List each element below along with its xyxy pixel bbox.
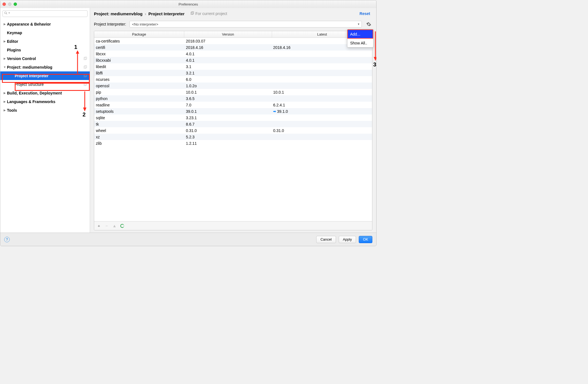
table-row[interactable]: xz5.2.3 xyxy=(94,134,372,140)
sidebar-item-languages-frameworks[interactable]: ▶Languages & Frameworks xyxy=(0,97,90,106)
cell-package: libffi xyxy=(94,71,184,75)
cell-package: zlib xyxy=(94,141,184,146)
cancel-button[interactable]: Cancel xyxy=(316,236,336,243)
sidebar-item-version-control[interactable]: ▶Version Control xyxy=(0,54,90,63)
cell-package: libcxxabi xyxy=(94,58,184,63)
sidebar-item-label: Languages & Frameworks xyxy=(7,99,88,104)
search-icon xyxy=(4,11,8,16)
copy-projects-icon xyxy=(84,74,88,78)
breadcrumb-row: Project: mediumenvblog › Project Interpr… xyxy=(90,8,376,19)
chevron-right-icon: ▶ xyxy=(3,57,7,60)
table-row[interactable]: libffi3.2.1 xyxy=(94,70,372,76)
cell-package: certifi xyxy=(94,45,184,50)
svg-rect-9 xyxy=(85,83,87,85)
cell-latest: 6.2.4.1 xyxy=(272,103,372,107)
cell-version: 2018.03.07 xyxy=(184,39,272,43)
breadcrumb: Project: mediumenvblog › Project Interpr… xyxy=(94,11,185,16)
packages-toolbar: + − ▲ xyxy=(94,221,372,230)
svg-line-1 xyxy=(6,14,7,14)
th-version[interactable]: Version xyxy=(184,31,272,38)
th-package[interactable]: Package xyxy=(94,31,184,38)
cell-version: 3.2.1 xyxy=(184,71,272,75)
cell-package: tk xyxy=(94,122,184,126)
sidebar-item-label: Tools xyxy=(7,108,88,113)
sidebar-item-plugins[interactable]: Plugins xyxy=(0,46,90,54)
cell-package: readline xyxy=(94,103,184,107)
sidebar-item-project-interpreter[interactable]: Project Interpreter xyxy=(0,71,90,80)
chevron-right-icon: ▶ xyxy=(3,100,7,103)
search-input[interactable] xyxy=(3,10,88,17)
cell-version: 8.6.7 xyxy=(184,122,272,126)
svg-rect-6 xyxy=(84,74,86,77)
settings-search[interactable]: ▾ xyxy=(3,10,88,17)
interpreter-gear-menu: Add... Show All.. xyxy=(347,29,373,48)
table-row[interactable]: ncurses6.0 xyxy=(94,76,372,83)
reset-link[interactable]: Reset xyxy=(360,11,372,16)
sidebar-item-label: Project: mediumenvblog xyxy=(7,65,84,69)
window-title: Preferences xyxy=(0,2,376,6)
settings-tree: ▶Appearance & BehaviorKeymap▶EditorPlugi… xyxy=(0,19,90,233)
menu-item-show-all[interactable]: Show All.. xyxy=(347,39,373,47)
table-row[interactable]: ca-certificates2018.03.07 xyxy=(94,38,372,44)
interpreter-select[interactable]: <No interpreter> ▼ xyxy=(129,21,362,28)
breadcrumb-page: Project Interpreter xyxy=(148,11,185,16)
help-button[interactable]: ? xyxy=(4,237,10,242)
table-row[interactable]: tk8.6.7 xyxy=(94,121,372,127)
table-row[interactable]: libedit3.1 xyxy=(94,63,372,70)
apply-button[interactable]: Apply xyxy=(339,236,356,243)
sidebar-item-tools[interactable]: ▶Tools xyxy=(0,106,90,114)
table-row[interactable]: wheel0.31.00.31.0 xyxy=(94,127,372,134)
cell-version: 6.0 xyxy=(184,77,272,82)
cell-package: pip xyxy=(94,90,184,94)
table-row[interactable]: openssl1.0.2o xyxy=(94,83,372,89)
update-available-icon: ➡ xyxy=(273,109,276,113)
sidebar-item-build-execution-deployment[interactable]: ▶Build, Execution, Deployment xyxy=(0,89,90,97)
cell-package: wheel xyxy=(94,128,184,133)
sidebar-item-label: Project Interpreter xyxy=(15,74,84,78)
table-row[interactable]: sqlite3.23.1 xyxy=(94,114,372,121)
svg-rect-4 xyxy=(84,66,86,68)
cell-version: 3.23.1 xyxy=(184,116,272,120)
sidebar-item-label: Version Control xyxy=(7,56,84,61)
table-row[interactable]: setuptools39.0.1➡39.1.0 xyxy=(94,108,372,114)
cell-package: xz xyxy=(94,135,184,139)
sidebar-item-editor[interactable]: ▶Editor xyxy=(0,37,90,46)
cell-version: 1.0.2o xyxy=(184,84,272,88)
sidebar-item-label: Editor xyxy=(7,39,88,44)
table-row[interactable]: libcxxabi4.0.1 xyxy=(94,57,372,63)
table-body[interactable]: ca-certificates2018.03.07certifi2018.4.1… xyxy=(94,38,372,221)
ok-button[interactable]: OK xyxy=(359,236,372,243)
sidebar-item-project-structure[interactable]: Project Structure xyxy=(0,80,90,89)
table-row[interactable]: python3.6.5 xyxy=(94,95,372,102)
sidebar-item-project-mediumenvblog[interactable]: ▼Project: mediumenvblog xyxy=(0,63,90,71)
sidebar-item-label: Project Structure xyxy=(15,82,84,87)
svg-rect-2 xyxy=(84,57,86,59)
table-row[interactable]: zlib1.2.11 xyxy=(94,140,372,146)
remove-package-button: − xyxy=(104,223,109,228)
titlebar: Preferences xyxy=(0,0,376,8)
sidebar-item-keymap[interactable]: Keymap xyxy=(0,28,90,37)
cell-latest: 10.0.1 xyxy=(272,90,372,94)
cell-latest: ➡39.1.0 xyxy=(272,109,372,114)
svg-rect-8 xyxy=(84,83,86,85)
add-package-button[interactable]: + xyxy=(96,223,101,228)
interpreter-gear-button[interactable] xyxy=(365,21,372,28)
chevron-right-icon: ▶ xyxy=(3,40,7,43)
cell-package: libedit xyxy=(94,64,184,69)
table-header: Package Version Latest xyxy=(94,31,372,38)
cell-latest: 0.31.0 xyxy=(272,128,372,133)
svg-rect-10 xyxy=(191,12,193,14)
table-row[interactable]: libcxx4.0.1 xyxy=(94,51,372,57)
svg-rect-3 xyxy=(85,57,87,59)
breadcrumb-sep: › xyxy=(145,11,146,16)
table-row[interactable]: readline7.06.2.4.1 xyxy=(94,102,372,108)
cell-version: 3.6.5 xyxy=(184,96,272,101)
sidebar-item-appearance-behavior[interactable]: ▶Appearance & Behavior xyxy=(0,20,90,28)
refresh-packages-button[interactable] xyxy=(120,223,125,228)
table-row[interactable]: certifi2018.4.162018.4.16 xyxy=(94,44,372,51)
settings-sidebar: ▾ ▶Appearance & BehaviorKeymap▶EditorPlu… xyxy=(0,8,90,233)
menu-item-add[interactable]: Add... xyxy=(347,29,373,39)
cell-package: sqlite xyxy=(94,116,184,120)
table-row[interactable]: pip10.0.110.0.1 xyxy=(94,89,372,95)
settings-main: Project: mediumenvblog › Project Interpr… xyxy=(90,8,376,233)
